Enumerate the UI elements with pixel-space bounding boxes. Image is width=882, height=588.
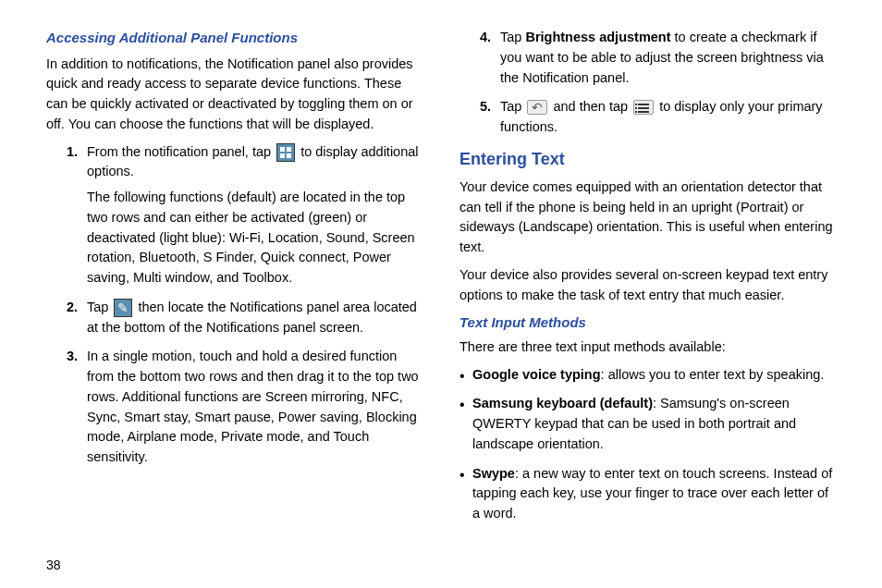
list-item: Samsung keyboard (default): Samsung's on… xyxy=(459,394,836,454)
step-text: Tap xyxy=(500,99,525,114)
step-5: 5. Tap and then tap to display only your… xyxy=(480,97,836,138)
menu-icon xyxy=(633,100,654,115)
step-detail: The following functions (default) are lo… xyxy=(87,188,423,288)
left-column: Accessing Additional Panel Functions In … xyxy=(46,28,423,533)
grid-icon xyxy=(276,143,295,162)
method-name: Samsung keyboard (default) xyxy=(472,396,653,410)
step-number: 4. xyxy=(480,28,491,48)
step-text: Tap xyxy=(87,300,112,314)
heading-accessing-panel: Accessing Additional Panel Functions xyxy=(46,28,423,49)
step-number: 3. xyxy=(67,347,78,367)
heading-entering-text: Entering Text xyxy=(459,147,836,172)
right-column: 4. Tap Brightness adjustment to create a… xyxy=(459,28,836,533)
step-number: 5. xyxy=(480,97,491,117)
pencil-icon xyxy=(114,299,132,317)
paragraph: Your device also provides several on-scr… xyxy=(459,265,836,306)
step-number: 1. xyxy=(67,142,78,163)
input-methods-list: Google voice typing: allows you to enter… xyxy=(459,365,836,524)
step-text: From the notification panel, tap xyxy=(87,144,275,159)
intro-paragraph: In addition to notifications, the Notifi… xyxy=(46,55,423,135)
paragraph: Your device comes equipped with an orien… xyxy=(459,178,836,258)
step-4: 4. Tap Brightness adjustment to create a… xyxy=(480,28,836,88)
method-name: Google voice typing xyxy=(472,367,601,382)
step-3: 3. In a single motion, touch and hold a … xyxy=(67,347,423,468)
paragraph: There are three text input methods avail… xyxy=(459,337,836,358)
method-desc: : allows you to enter text by speaking. xyxy=(601,367,825,382)
step-1: 1. From the notification panel, tap to d… xyxy=(67,142,423,288)
step-2: 2. Tap then locate the Notifications pan… xyxy=(67,298,423,338)
heading-text-input-methods: Text Input Methods xyxy=(459,312,836,334)
brightness-label: Brightness adjustment xyxy=(525,30,670,44)
step-text: In a single motion, touch and hold a des… xyxy=(87,349,419,464)
method-name: Swype xyxy=(472,466,515,481)
method-desc: : a new way to enter text on touch scree… xyxy=(472,466,832,521)
step-number: 2. xyxy=(67,298,78,318)
back-icon xyxy=(527,100,547,115)
page-number: 38 xyxy=(46,556,836,575)
list-item: Swype: a new way to enter text on touch … xyxy=(459,464,836,524)
steps-list-left: 1. From the notification panel, tap to d… xyxy=(46,142,423,468)
list-item: Google voice typing: allows you to enter… xyxy=(459,365,836,386)
steps-list-right: 4. Tap Brightness adjustment to create a… xyxy=(459,28,836,138)
step-text: then locate the Notifications panel area… xyxy=(87,300,417,335)
step-text: and then tap xyxy=(549,99,631,114)
manual-page: Accessing Additional Panel Functions In … xyxy=(46,28,836,533)
step-text: Tap xyxy=(500,30,525,44)
